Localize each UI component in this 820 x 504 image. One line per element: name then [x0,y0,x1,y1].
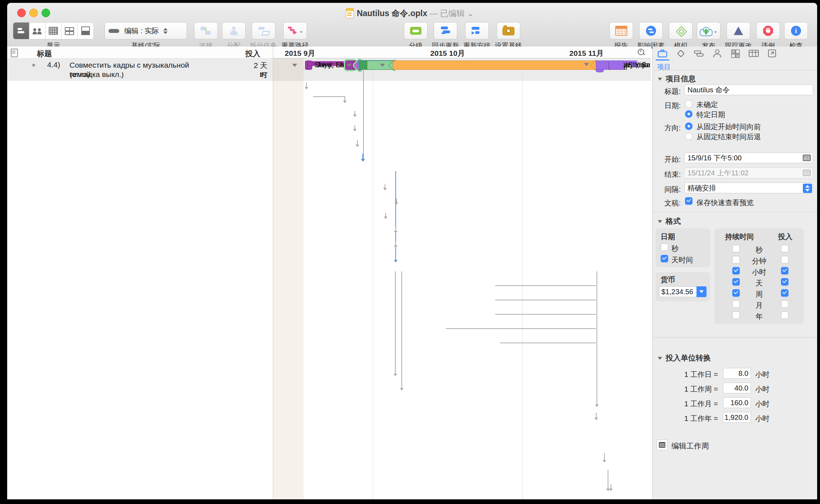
toolbar-connect-button[interactable] [194,22,218,39]
view-segment-1[interactable] [29,23,45,39]
toolbar-stop-button[interactable] [756,22,780,39]
toolbar-publish-button[interactable]: ⌄ [697,22,720,39]
connect-icon [201,26,211,35]
duration-unit-checkbox-秒[interactable] [732,245,740,252]
effort-unit-checkbox-天[interactable] [781,278,788,286]
chevron-down-icon: ⌄ [299,28,303,34]
toolbar-track-button[interactable] [727,22,750,39]
effort-unit-checkbox-分钟[interactable] [781,256,788,263]
end-date-input[interactable]: 15/11/24 上午11:02 [684,168,813,178]
dependency-arrow-icon [356,145,359,147]
date-format-checkbox-1[interactable] [661,255,668,262]
section-header-effort-conversion[interactable]: 投入单位转换 [658,353,711,363]
inspector-tab-export[interactable] [766,48,778,59]
dependency-line [608,470,608,489]
toolbar-info-button[interactable]: i [784,22,808,39]
edit-work-week-button[interactable] [656,440,668,450]
dates-radio-1[interactable] [685,110,693,118]
task-bar[interactable] [307,60,312,70]
inspector-tab-custom-data[interactable] [748,48,760,59]
row-title: Совместить кадры с музыкальной темой [69,60,211,79]
direction-label: 方向: [656,123,681,133]
view-segment-4[interactable] [78,23,93,39]
effort-conv-unit: 小时 [755,370,770,379]
divider [653,212,817,212]
gantt-disclosure-triangle-icon[interactable] [584,63,589,66]
section-header-project-info[interactable]: 项目信息 [658,74,696,84]
duration-unit-checkbox-天[interactable] [732,278,740,286]
effort-unit-checkbox-月[interactable] [781,300,788,308]
effort-conv-input[interactable]: 160.0 [723,397,751,408]
format-units-box: 持续时间投入秒分钟小时天周月年 [714,228,804,324]
effort-conv-unit: 小时 [755,414,770,423]
task-bar[interactable] [609,60,624,70]
dates-option-label: 特定日期 [696,110,725,120]
notes-column-icon [11,49,18,57]
view-segment-0[interactable] [13,23,29,39]
toolbar-level-button[interactable] [404,22,428,39]
granularity-select[interactable]: 精确安排 [684,183,813,193]
timeline-zoom-icon[interactable] [638,49,645,56]
effort-unit-checkbox-周[interactable] [781,289,788,297]
inspector-tab-milestone[interactable] [675,48,687,59]
effort-conv-label: 1 工作周 = [661,384,718,394]
gantt-disclosure-triangle-icon[interactable] [380,64,385,67]
inspector-tab-task[interactable] [693,48,705,59]
date-format-checkbox-0[interactable] [661,243,668,251]
effort-unit-checkbox-秒[interactable] [781,245,788,252]
gantt-disclosure-triangle-icon[interactable] [292,64,297,67]
quicklook-checkbox[interactable] [685,197,693,205]
date-format-label: 秒 [671,244,679,253]
view-segment-2[interactable] [45,23,62,39]
task-bar[interactable] [596,60,609,70]
timeline-month-label: 2015 11月 [569,48,604,58]
duration-unit-checkbox-分钟[interactable] [732,256,740,263]
gantt-timeline-header: 2015 9月2015 10月2015 11月 [273,47,650,58]
toolbar-factors-button[interactable] [639,22,663,39]
view-segment-3[interactable] [62,23,78,39]
duration-unit-checkbox-小时[interactable] [732,267,740,275]
effort-unit-checkbox-小时[interactable] [781,267,788,275]
baseline-dropdown[interactable]: 编辑 : 实际 [105,22,187,39]
inspector-tab-resource[interactable] [711,48,723,59]
duration-unit-checkbox-周[interactable] [732,289,740,297]
toolbar-resched-button[interactable] [465,22,489,39]
unit-label: 周 [748,290,770,299]
select-stepper-icon[interactable] [803,184,812,193]
effort-unit-checkbox-年[interactable] [781,311,788,319]
toolbar-crit-button[interactable]: ⌄ [283,22,307,39]
dependency-line [401,271,402,389]
inspector-tab-styles[interactable] [729,48,742,59]
styles-view-icon [81,26,90,35]
effort-conv-input[interactable]: 40.0 [723,383,751,393]
unit-label: 秒 [748,245,770,255]
currency-dropdown-chevron-icon[interactable] [696,286,706,297]
toolbar-camera-button[interactable] [497,22,520,39]
table-gantt-splitter[interactable] [273,47,273,499]
effort-conv-input[interactable]: 1,920.0 [723,412,751,423]
start-date-input[interactable]: 15/9/16 下午5:00 [684,152,813,163]
effort-conv-input[interactable]: 8.0 [723,368,751,379]
toolbar-sync-button[interactable] [434,22,457,39]
project-title-input[interactable]: Nautilus 命令 [684,84,813,95]
duration-unit-checkbox-月[interactable] [732,300,740,308]
currency-dropdown[interactable]: $1,234.56 [659,286,706,297]
toolbar-split-button[interactable] [252,22,275,39]
dates-radio-0[interactable] [685,100,693,108]
section-header-format[interactable]: 格式 [658,216,681,226]
dependency-arrow-icon [384,217,387,219]
toolbar-assign-button[interactable] [222,22,246,39]
direction-radio-1[interactable] [685,132,693,140]
inspector-tab-project[interactable] [656,48,669,59]
toolbar-report-button[interactable] [609,22,633,39]
gantt-disclosure-triangle-icon[interactable] [347,64,352,67]
toolbar-sim-button[interactable] [669,22,693,39]
direction-radio-0[interactable] [685,122,693,130]
task-bar[interactable] [393,60,597,70]
dependency-arrow-icon [400,388,404,391]
duration-unit-checkbox-年[interactable] [732,311,740,319]
simulate-icon [675,26,686,35]
dependency-line [363,69,364,160]
dependency-line [495,300,596,300]
calendar-icon[interactable] [803,155,811,161]
